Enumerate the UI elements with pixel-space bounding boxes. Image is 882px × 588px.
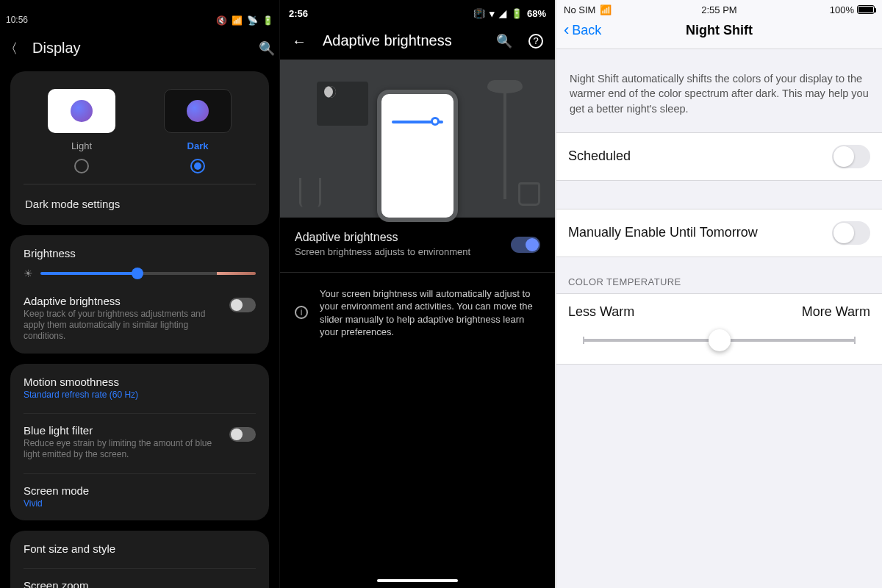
gesture-bar[interactable] xyxy=(377,579,458,582)
status-carrier: No SIM xyxy=(564,4,595,15)
status-bar: No SIM 📶 2:55 PM 100% xyxy=(556,0,882,18)
search-icon[interactable]: 🔍 xyxy=(496,35,512,48)
radio-dark[interactable] xyxy=(190,159,205,173)
scheduled-row[interactable]: Scheduled xyxy=(556,132,882,181)
motion-smoothness-label: Motion smoothness xyxy=(24,376,138,388)
info-text: Your screen brightness will automaticall… xyxy=(320,287,540,339)
brightness-card: Brightness ☀ Adaptive brightness Keep tr… xyxy=(10,235,269,354)
color-temperature-cell: Less Warm More Warm xyxy=(556,293,882,365)
info-row: i Your screen brightness will automatica… xyxy=(280,272,555,352)
adaptive-brightness-title: Adaptive brightness xyxy=(295,231,499,244)
sun-icon: ☀ xyxy=(24,268,33,279)
back-button[interactable]: ‹ Back xyxy=(564,22,601,38)
lamp-icon xyxy=(503,82,506,199)
wifi-icon: 📶 xyxy=(600,5,612,15)
theme-label-dark: Dark xyxy=(187,140,209,151)
screen-zoom-row[interactable]: Screen zoom xyxy=(24,568,256,588)
status-time: 2:56 xyxy=(289,8,308,19)
theme-thumb-dark xyxy=(164,89,232,133)
adaptive-brightness-toggle[interactable] xyxy=(229,298,256,312)
brightness-slider[interactable]: ☀ xyxy=(24,268,256,279)
wifi-icon: 📶 xyxy=(232,16,243,25)
blue-light-label: Blue light filter xyxy=(24,424,222,437)
nav-bar: ‹ Back Night Shift xyxy=(556,18,882,49)
brightness-track[interactable] xyxy=(40,272,256,275)
blue-light-toggle[interactable] xyxy=(229,427,256,442)
status-battery-pct: 100% xyxy=(830,4,854,15)
scheduled-label: Scheduled xyxy=(568,148,631,164)
blue-light-sub: Reduce eye strain by limiting the amount… xyxy=(24,438,222,460)
theme-thumb-light xyxy=(48,89,115,133)
wifi-icon: ▾ xyxy=(490,9,495,18)
status-battery-pct: 68% xyxy=(527,8,546,19)
mute-icon: 🔇 xyxy=(216,16,227,25)
manual-enable-toggle[interactable] xyxy=(832,221,870,245)
manual-enable-row[interactable]: Manually Enable Until Tomorrow xyxy=(556,209,882,257)
back-icon[interactable]: 〈 xyxy=(4,42,18,55)
battery-icon: 🔋 xyxy=(511,9,523,18)
font-size-row[interactable]: Font size and style xyxy=(24,542,256,555)
status-time: 2:55 PM xyxy=(667,4,771,15)
phone-illustration xyxy=(377,90,458,222)
description-text: Night Shift automatically shifts the col… xyxy=(556,49,882,132)
chevron-left-icon: ‹ xyxy=(564,22,569,38)
page-title: Display xyxy=(32,40,244,57)
manual-enable-label: Manually Enable Until Tomorrow xyxy=(568,225,758,240)
color-temperature-slider[interactable] xyxy=(583,339,856,342)
motion-smoothness-value: Standard refresh rate (60 Hz) xyxy=(24,390,138,400)
font-card: Font size and style Screen zoom xyxy=(10,531,269,588)
screen-mode-label: Screen mode xyxy=(24,484,89,497)
more-warm-label: More Warm xyxy=(802,304,870,320)
brightness-label: Brightness xyxy=(24,247,256,259)
status-time: 10:56 xyxy=(6,15,28,25)
adaptive-brightness-sub: Screen brightness adjusts to environment xyxy=(295,245,499,259)
blue-light-row[interactable]: Blue light filter Reduce eye strain by l… xyxy=(24,413,256,460)
adaptive-brightness-row[interactable]: Adaptive brightness Screen brightness ad… xyxy=(280,218,555,272)
brightness-thumb[interactable] xyxy=(132,268,143,279)
theme-card: Light Dark Dark mode settings xyxy=(10,71,269,225)
theme-label-light: Light xyxy=(71,140,92,151)
moon-icon xyxy=(324,86,336,98)
adaptive-brightness-sub: Keep track of your brightness adjustment… xyxy=(24,309,222,342)
page-title: Night Shift xyxy=(686,23,753,38)
search-icon[interactable]: 🔍 xyxy=(259,42,275,55)
battery-icon xyxy=(857,5,875,14)
adaptive-brightness-toggle[interactable] xyxy=(511,237,540,253)
screen-mode-value: Vivid xyxy=(24,498,89,509)
theme-option-dark[interactable]: Dark xyxy=(164,89,232,173)
adaptive-brightness-label: Adaptive brightness xyxy=(24,295,222,307)
status-bar: 2:56 📳 ▾ ◢ 🔋 68% xyxy=(280,0,555,22)
hero-illustration xyxy=(280,60,555,218)
info-icon: i xyxy=(295,306,308,319)
screen-zoom-label: Screen zoom xyxy=(24,579,88,588)
signal-icon: ◢ xyxy=(499,9,506,18)
theme-option-light[interactable]: Light xyxy=(48,89,115,173)
status-bar: 10:56 🔇 📶 📡 🔋 xyxy=(0,0,279,29)
signal-icon: 📡 xyxy=(247,16,258,25)
display-options-card: Motion smoothness Standard refresh rate … xyxy=(10,364,269,520)
radio-light[interactable] xyxy=(74,159,89,173)
color-temperature-section-label: COLOR TEMPERATURE xyxy=(556,257,882,293)
screen-mode-row[interactable]: Screen mode Vivid xyxy=(24,473,256,509)
battery-icon: 🔋 xyxy=(262,16,273,25)
plant-icon xyxy=(299,178,321,207)
back-icon[interactable]: ← xyxy=(292,34,306,49)
status-icons-right: 🔇 📶 📡 🔋 xyxy=(216,16,273,25)
vibrate-icon: 📳 xyxy=(473,9,485,18)
color-temperature-thumb[interactable] xyxy=(709,329,731,351)
page-title: Adaptive brightness xyxy=(323,32,480,49)
dark-mode-settings-link[interactable]: Dark mode settings xyxy=(24,184,256,213)
back-label: Back xyxy=(572,23,601,38)
help-icon[interactable]: ? xyxy=(528,34,543,49)
scheduled-toggle[interactable] xyxy=(832,145,870,168)
glass-icon xyxy=(518,182,540,206)
font-size-label: Font size and style xyxy=(24,542,115,555)
motion-smoothness-row[interactable]: Motion smoothness Standard refresh rate … xyxy=(24,376,256,400)
less-warm-label: Less Warm xyxy=(568,304,634,320)
